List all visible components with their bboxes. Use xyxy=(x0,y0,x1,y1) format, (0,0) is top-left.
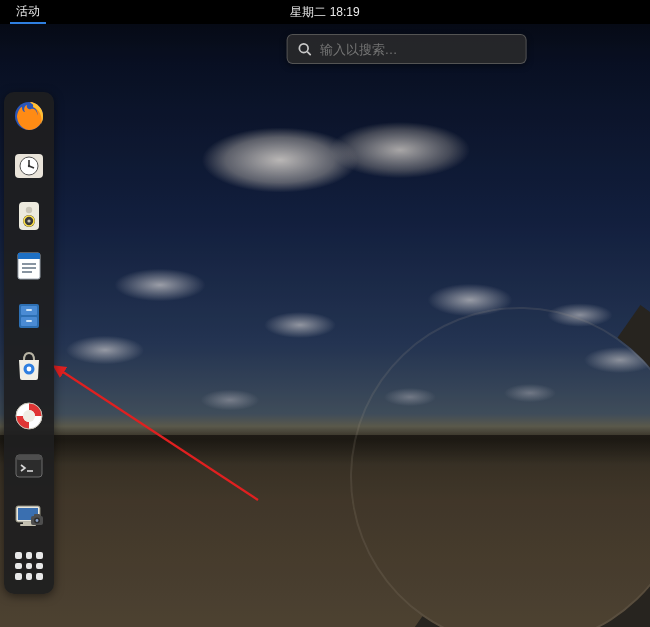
activities-label: 活动 xyxy=(16,3,40,20)
search-input[interactable] xyxy=(320,42,516,57)
clock-icon xyxy=(13,150,45,182)
overview-search[interactable] xyxy=(287,34,527,64)
terminal-icon xyxy=(13,450,45,482)
svg-rect-22 xyxy=(26,320,32,322)
dock-show-applications[interactable] xyxy=(11,548,47,584)
svg-rect-14 xyxy=(18,253,40,259)
lifebuoy-icon xyxy=(13,400,45,432)
dock xyxy=(4,92,54,594)
dock-app-files[interactable] xyxy=(11,298,47,334)
firefox-icon xyxy=(13,100,45,132)
shopping-bag-icon xyxy=(13,350,45,382)
screenshot-icon xyxy=(13,500,45,532)
svg-point-0 xyxy=(299,44,308,53)
dock-app-terminal[interactable] xyxy=(11,448,47,484)
svg-rect-38 xyxy=(34,514,40,517)
svg-rect-21 xyxy=(26,309,32,311)
svg-point-7 xyxy=(28,165,30,167)
document-icon xyxy=(13,250,45,282)
svg-point-37 xyxy=(36,519,39,522)
svg-point-27 xyxy=(23,410,35,422)
dock-app-screenshot[interactable] xyxy=(11,498,47,534)
svg-point-24 xyxy=(27,367,32,372)
svg-point-12 xyxy=(27,219,30,222)
activities-button[interactable]: 活动 xyxy=(10,0,46,24)
dock-app-firefox[interactable] xyxy=(11,98,47,134)
file-cabinet-icon xyxy=(13,300,45,332)
apps-grid-icon xyxy=(13,550,45,582)
top-bar: 活动 星期二 18:19 xyxy=(0,0,650,24)
dock-app-software[interactable] xyxy=(11,348,47,384)
desktop-wallpaper xyxy=(0,0,650,627)
svg-rect-29 xyxy=(16,455,42,460)
svg-point-9 xyxy=(26,207,32,213)
dock-app-help[interactable] xyxy=(11,398,47,434)
clock-label[interactable]: 星期二 18:19 xyxy=(290,4,359,21)
speaker-icon xyxy=(13,200,45,232)
dock-app-rhythmbox[interactable] xyxy=(11,198,47,234)
svg-line-1 xyxy=(307,52,311,56)
dock-app-clock[interactable] xyxy=(11,148,47,184)
dock-app-writer[interactable] xyxy=(11,248,47,284)
search-icon xyxy=(298,42,312,56)
